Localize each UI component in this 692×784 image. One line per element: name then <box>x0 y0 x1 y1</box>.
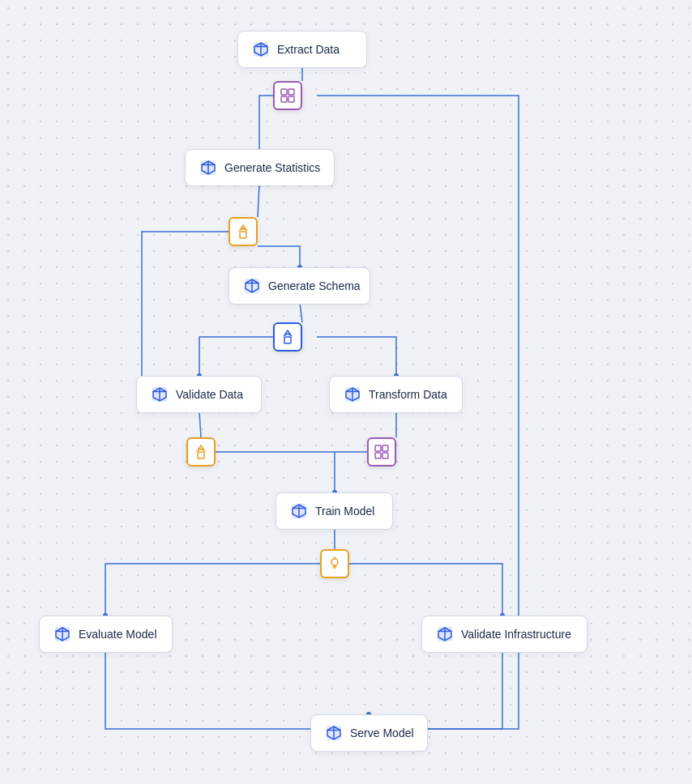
connector-split-4[interactable] <box>186 437 216 467</box>
cube-icon-7 <box>53 624 72 644</box>
cube-icon-5 <box>343 385 362 404</box>
generate-statistics-node[interactable]: Generate Statistics <box>185 149 335 186</box>
train-model-label: Train Model <box>315 505 374 518</box>
validate-data-node[interactable]: Validate Data <box>136 376 262 413</box>
evaluate-model-label: Evaluate Model <box>79 628 157 641</box>
cube-icon-4 <box>150 385 169 404</box>
validate-infrastructure-label: Validate Infrastructure <box>461 628 571 641</box>
cube-icon-3 <box>242 276 262 296</box>
split-icon-2 <box>235 224 251 240</box>
svg-rect-34 <box>198 452 204 458</box>
svg-line-3 <box>199 411 201 437</box>
svg-rect-26 <box>281 96 287 102</box>
transform-data-label: Transform Data <box>369 388 447 401</box>
svg-rect-37 <box>375 453 381 458</box>
svg-marker-31 <box>284 330 291 335</box>
train-model-node[interactable]: Train Model <box>276 492 393 530</box>
evaluate-model-node[interactable]: Evaluate Model <box>39 616 173 653</box>
lightbulb-icon <box>327 556 343 572</box>
serve-model-label: Serve Model <box>350 726 414 739</box>
flow-canvas: Extract Data Generate Statistics Generat… <box>0 0 692 784</box>
svg-point-39 <box>331 559 338 565</box>
generate-schema-node[interactable]: Generate Schema <box>229 267 370 305</box>
svg-rect-38 <box>382 453 388 458</box>
svg-rect-29 <box>240 232 246 238</box>
svg-rect-24 <box>281 89 287 95</box>
svg-line-1 <box>258 185 259 217</box>
svg-rect-27 <box>288 96 294 102</box>
validate-infrastructure-node[interactable]: Validate Infrastructure <box>421 616 587 653</box>
extract-data-label: Extract Data <box>277 43 340 56</box>
generate-statistics-label: Generate Statistics <box>224 161 320 174</box>
extract-data-node[interactable]: Extract Data <box>237 31 367 68</box>
svg-marker-33 <box>198 445 204 450</box>
svg-rect-35 <box>375 445 381 451</box>
transform-data-node[interactable]: Transform Data <box>329 376 463 413</box>
connector-split-3[interactable] <box>273 322 302 352</box>
connector-split-1[interactable] <box>273 81 302 110</box>
svg-point-30 <box>241 227 245 230</box>
cube-icon-6 <box>289 501 309 521</box>
svg-rect-36 <box>382 445 388 451</box>
split-icon-3 <box>280 329 296 345</box>
cube-icon-2 <box>199 158 218 177</box>
svg-rect-32 <box>284 337 291 343</box>
svg-line-2 <box>300 303 302 322</box>
split-icon-4 <box>193 444 209 460</box>
connector-split-2[interactable] <box>229 217 258 246</box>
serve-model-node[interactable]: Serve Model <box>310 714 428 752</box>
cube-icon-8 <box>435 624 455 644</box>
svg-rect-25 <box>288 89 294 95</box>
connector-split-6[interactable] <box>320 549 349 578</box>
cube-icon-9 <box>324 723 344 743</box>
split-icon-5 <box>374 444 390 460</box>
validate-data-label: Validate Data <box>176 388 243 401</box>
generate-schema-label: Generate Schema <box>268 279 361 292</box>
split-icon-1 <box>280 87 296 104</box>
cube-icon <box>251 40 271 59</box>
connector-split-5[interactable] <box>367 437 396 467</box>
